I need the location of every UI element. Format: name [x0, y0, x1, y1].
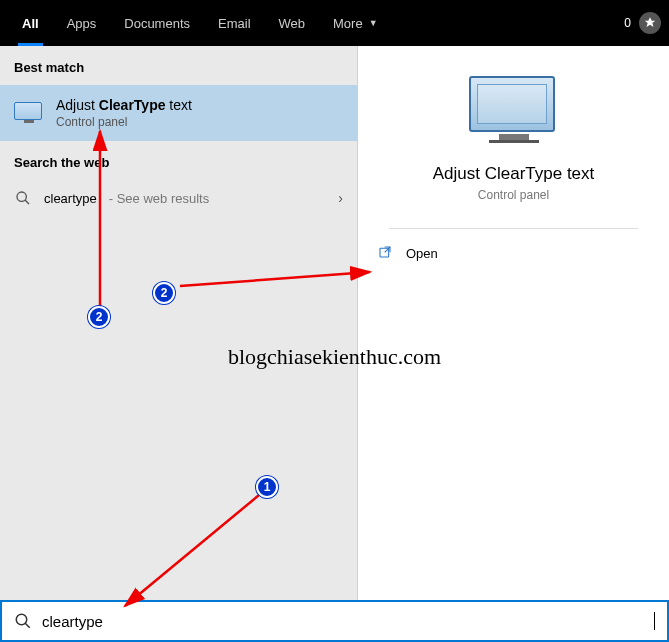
tab-more[interactable]: More ▼ — [319, 0, 392, 46]
tab-web[interactable]: Web — [265, 0, 320, 46]
open-action[interactable]: Open — [358, 229, 669, 277]
tab-all[interactable]: All — [8, 0, 53, 46]
best-match-text: Adjust ClearType text Control panel — [56, 97, 192, 129]
chevron-right-icon: › — [338, 190, 343, 206]
web-result-suffix: - See web results — [109, 191, 209, 206]
best-match-subtitle: Control panel — [56, 115, 192, 129]
tab-label: Email — [218, 16, 251, 31]
preview-subtitle: Control panel — [478, 188, 549, 202]
preview-panel: Adjust ClearType text Control panel Open — [358, 46, 669, 600]
chevron-down-icon: ▼ — [369, 18, 378, 28]
search-web-header: Search the web — [0, 141, 357, 180]
tab-apps[interactable]: Apps — [53, 0, 111, 46]
preview-title: Adjust ClearType text — [433, 164, 595, 184]
rewards-count: 0 — [624, 16, 631, 30]
search-input[interactable] — [42, 613, 652, 630]
preview-monitor-icon — [469, 76, 559, 146]
search-icon — [14, 612, 32, 630]
best-match-header: Best match — [0, 46, 357, 85]
monitor-icon — [14, 102, 44, 124]
tab-label: All — [22, 16, 39, 31]
tab-label: Web — [279, 16, 306, 31]
svg-point-6 — [16, 614, 27, 625]
rewards-badge-icon[interactable] — [639, 12, 661, 34]
results-panel: Best match Adjust ClearType text Control… — [0, 46, 358, 600]
open-label: Open — [406, 246, 438, 261]
search-icon — [14, 190, 32, 206]
text-caret — [654, 612, 655, 630]
svg-line-7 — [25, 623, 30, 628]
search-body: Best match Adjust ClearType text Control… — [0, 46, 669, 600]
web-result-row[interactable]: cleartype - See web results › — [0, 180, 357, 216]
best-match-result[interactable]: Adjust ClearType text Control panel — [0, 85, 357, 141]
open-icon — [378, 245, 394, 261]
best-match-title: Adjust ClearType text — [56, 97, 192, 113]
tab-label: Documents — [124, 16, 190, 31]
svg-point-0 — [17, 192, 26, 201]
svg-line-1 — [25, 200, 29, 204]
search-nav-bar: All Apps Documents Email Web More ▼ 0 — [0, 0, 669, 46]
web-result-query: cleartype — [44, 191, 97, 206]
search-bar[interactable] — [0, 600, 669, 642]
tab-label: More — [333, 16, 363, 31]
tab-label: Apps — [67, 16, 97, 31]
tab-email[interactable]: Email — [204, 0, 265, 46]
tab-documents[interactable]: Documents — [110, 0, 204, 46]
